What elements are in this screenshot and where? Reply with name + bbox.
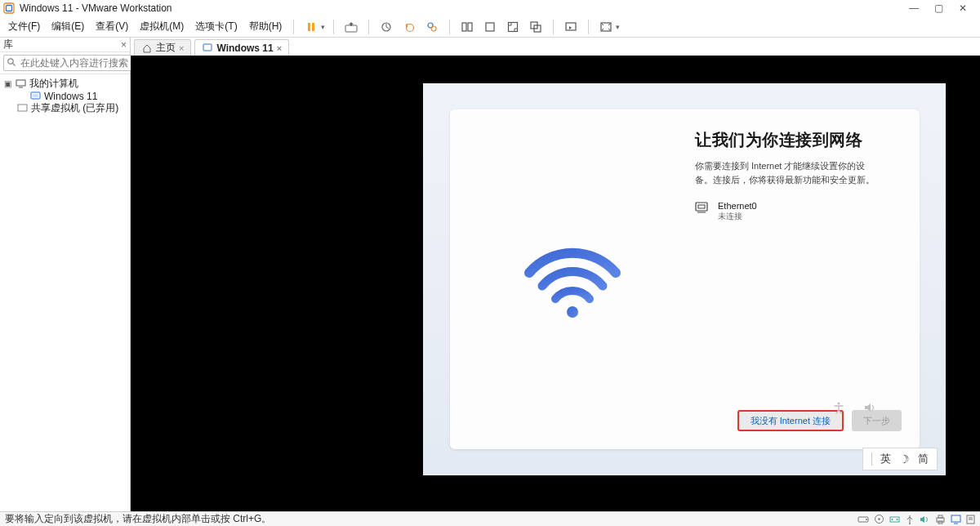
menu-view[interactable]: 查看(V)	[92, 18, 131, 35]
svg-rect-12	[509, 22, 518, 31]
guest-screen[interactable]: 让我们为你连接到网络 你需要连接到 Internet 才能继续设置你的设备。连接…	[423, 83, 946, 475]
sidebar-search-input[interactable]	[3, 55, 148, 71]
svg-rect-39	[938, 515, 942, 518]
toolbar-pause-button[interactable]: ▾	[302, 19, 325, 35]
toolbar-send-ctrlaltdel-icon[interactable]	[342, 19, 360, 35]
ime-mode-icon[interactable]: ☽	[899, 452, 910, 466]
status-message: 要将输入定向到该虚拟机，请在虚拟机内部单击或按 Ctrl+G。	[5, 512, 271, 526]
tab-home[interactable]: 主页 ×	[134, 39, 191, 56]
tree-item-shared-vms[interactable]: 共享虚拟机 (已弃用)	[2, 102, 128, 114]
computer-icon	[15, 78, 26, 90]
vm-console-view[interactable]: ↖	[131, 56, 980, 511]
svg-rect-19	[16, 80, 25, 86]
svg-rect-26	[696, 203, 707, 211]
close-button[interactable]: ✕	[951, 1, 975, 16]
tab-close-button[interactable]: ×	[277, 43, 282, 53]
shared-icon	[16, 103, 28, 114]
toolbar-revert-snapshot-icon[interactable]	[400, 19, 418, 35]
content-area: 主页 × Windows 11 × ↖	[131, 38, 980, 511]
tabs-bar: 主页 × Windows 11 ×	[131, 38, 980, 56]
tree-collapse-icon[interactable]: ▣	[3, 79, 11, 88]
oobe-illustration	[450, 109, 695, 449]
no-internet-button[interactable]: 我没有 Internet 连接	[737, 410, 844, 431]
maximize-button[interactable]: ▢	[926, 1, 951, 16]
svg-point-25	[567, 306, 578, 318]
svg-point-37	[909, 523, 911, 524]
adapter-state: 未连接	[718, 211, 757, 222]
adapter-name: Ethernet0	[718, 201, 757, 211]
svg-rect-24	[203, 44, 212, 51]
tree-item-vm-windows11[interactable]: Windows 11	[2, 90, 128, 102]
oobe-title: 让我们为你连接到网络	[695, 129, 903, 151]
usb-icon[interactable]	[905, 515, 915, 524]
library-tree: ▣ 我的计算机 Windows 11 共享虚拟机 (已弃用)	[0, 74, 130, 118]
svg-point-17	[8, 58, 13, 63]
vm-icon	[29, 91, 41, 102]
sidebar-close-button[interactable]: ×	[121, 39, 127, 51]
toolbar-unity-icon[interactable]	[527, 19, 545, 35]
menu-vm[interactable]: 虚拟机(M)	[136, 18, 187, 35]
oobe-subtitle: 你需要连接到 Internet 才能继续设置你的设备。连接后，你将获得最新功能和…	[695, 159, 883, 186]
svg-point-35	[892, 519, 893, 520]
minimize-button[interactable]: —	[902, 1, 926, 16]
cddvd-icon[interactable]	[874, 514, 884, 524]
vm-device-icons	[858, 514, 975, 524]
tab-label: 主页	[156, 41, 176, 55]
tab-close-button[interactable]: ×	[179, 43, 184, 53]
sound-icon[interactable]	[920, 515, 930, 524]
svg-point-8	[431, 26, 436, 31]
tab-vm-windows11[interactable]: Windows 11 ×	[194, 39, 289, 56]
toolbar-snapshot-icon[interactable]	[377, 19, 395, 35]
svg-rect-15	[566, 23, 576, 30]
menu-file[interactable]: 文件(F)	[5, 18, 43, 35]
message-log-icon[interactable]	[966, 515, 975, 524]
network-adapter-item[interactable]: Ethernet0 未连接	[695, 201, 903, 222]
menu-help[interactable]: 帮助(H)	[246, 18, 286, 35]
toolbar-show-console-icon[interactable]	[458, 19, 476, 35]
svg-point-6	[407, 24, 414, 31]
title-bar: Windows 11 - VMware Workstation — ▢ ✕	[0, 0, 980, 16]
wifi-icon	[519, 234, 626, 326]
svg-rect-3	[312, 23, 314, 31]
svg-rect-27	[698, 205, 705, 208]
svg-rect-22	[33, 94, 38, 97]
ime-script-indicator[interactable]: 简	[918, 452, 929, 466]
toolbar-single-window-icon[interactable]	[481, 19, 499, 35]
toolbar-quick-switch-icon[interactable]	[562, 19, 580, 35]
svg-point-33	[878, 518, 880, 520]
volume-icon[interactable]	[862, 400, 877, 415]
window-title: Windows 11 - VMware Workstation	[20, 2, 172, 14]
svg-rect-41	[951, 515, 960, 522]
printer-icon[interactable]	[935, 515, 946, 524]
toolbar-stretch-dropdown[interactable]: ▾	[597, 19, 620, 35]
harddisk-icon[interactable]	[858, 515, 869, 524]
menu-bar: 文件(F) 编辑(E) 查看(V) 虚拟机(M) 选项卡(T) 帮助(H) ▾	[0, 16, 980, 38]
sidebar-search-field[interactable]	[19, 56, 145, 69]
search-icon	[7, 57, 16, 69]
ethernet-icon	[695, 201, 710, 212]
status-bar: 要将输入定向到该虚拟机，请在虚拟机内部单击或按 Ctrl+G。	[0, 511, 980, 526]
menu-tabs[interactable]: 选项卡(T)	[192, 18, 240, 35]
sidebar-title: 库	[3, 38, 13, 51]
sidebar-header: 库 ×	[0, 38, 130, 52]
ime-toolbar[interactable]: 英 ☽ 简	[862, 448, 938, 470]
network-adapter-icon[interactable]	[889, 515, 900, 524]
svg-rect-2	[308, 23, 310, 31]
svg-rect-23	[18, 105, 27, 111]
home-icon	[141, 42, 153, 54]
menu-edit[interactable]: 编辑(E)	[48, 18, 87, 35]
toolbar-fullscreen-icon[interactable]	[504, 19, 522, 35]
tree-item-my-computer[interactable]: ▣ 我的计算机	[2, 78, 128, 90]
accessibility-icon[interactable]	[831, 400, 846, 415]
svg-point-36	[897, 519, 898, 520]
toolbar-manage-snapshots-icon[interactable]	[423, 19, 441, 35]
display-icon[interactable]	[951, 515, 961, 524]
app-icon	[3, 2, 15, 14]
ime-lang-indicator[interactable]: 英	[880, 452, 891, 466]
svg-rect-4	[345, 25, 357, 32]
tab-label: Windows 11	[216, 42, 273, 54]
svg-rect-9	[462, 23, 466, 31]
button-label: 我没有 Internet 连接	[751, 415, 831, 427]
svg-point-31	[866, 519, 867, 520]
button-label: 下一步	[863, 415, 890, 427]
